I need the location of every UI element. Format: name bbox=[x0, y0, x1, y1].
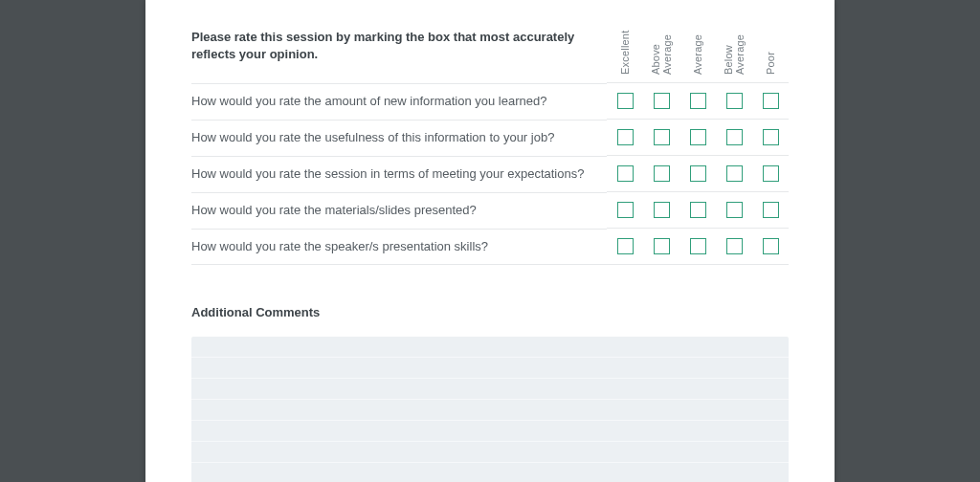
rating-checkbox[interactable] bbox=[654, 129, 670, 145]
comment-line bbox=[191, 358, 789, 379]
checkbox-cell bbox=[643, 119, 679, 155]
rating-col-below-average: Below Average bbox=[723, 0, 746, 82]
checkbox-cell bbox=[679, 82, 716, 119]
rating-checkbox[interactable] bbox=[763, 202, 779, 218]
comment-line bbox=[191, 400, 789, 421]
question-text: How would you rate the usefulness of thi… bbox=[191, 120, 607, 154]
rating-checkbox[interactable] bbox=[617, 93, 634, 109]
checkbox-cell bbox=[752, 82, 789, 119]
rating-checkbox[interactable] bbox=[654, 238, 670, 254]
rating-checkbox[interactable] bbox=[763, 129, 779, 145]
rating-checkbox[interactable] bbox=[690, 202, 706, 218]
rating-checkbox[interactable] bbox=[726, 165, 743, 182]
rating-checkbox[interactable] bbox=[654, 165, 670, 182]
form-content: Please rate this session by marking the … bbox=[191, 0, 789, 482]
checkbox-cell bbox=[643, 155, 679, 191]
question-text: How would you rate the speaker/s present… bbox=[191, 229, 607, 263]
checkbox-cell bbox=[679, 228, 716, 264]
checkbox-cell bbox=[607, 119, 643, 155]
document-page: Please rate this session by marking the … bbox=[145, 0, 835, 482]
checkbox-cell bbox=[716, 191, 752, 228]
rating-col-above-average: Above Average bbox=[650, 0, 673, 82]
checkbox-cell bbox=[679, 155, 716, 191]
grid-bottom-rule bbox=[191, 264, 789, 265]
checkbox-cell bbox=[607, 82, 643, 119]
comments-writing-area[interactable] bbox=[191, 337, 789, 482]
rating-checkbox[interactable] bbox=[763, 165, 779, 182]
rating-checkbox[interactable] bbox=[690, 129, 706, 145]
checkbox-cell bbox=[716, 82, 752, 119]
rating-checkbox[interactable] bbox=[617, 238, 634, 254]
comments-title: Additional Comments bbox=[191, 305, 789, 319]
comment-line bbox=[191, 421, 789, 442]
rating-checkbox[interactable] bbox=[690, 93, 706, 109]
checkbox-cell bbox=[679, 119, 716, 155]
checkbox-cell bbox=[752, 228, 789, 264]
checkbox-cell bbox=[752, 119, 789, 155]
checkbox-cell bbox=[716, 228, 752, 264]
rating-checkbox[interactable] bbox=[654, 202, 670, 218]
comment-line bbox=[191, 379, 789, 400]
question-text: How would you rate the amount of new inf… bbox=[191, 83, 607, 118]
rating-col-average: Average bbox=[692, 0, 703, 82]
rating-checkbox[interactable] bbox=[617, 202, 634, 218]
comment-line bbox=[191, 463, 789, 482]
rating-instruction: Please rate this session by marking the … bbox=[191, 6, 607, 76]
checkbox-cell bbox=[716, 155, 752, 191]
checkbox-cell bbox=[643, 228, 679, 264]
rating-col-poor: Poor bbox=[765, 0, 776, 82]
checkbox-cell bbox=[752, 191, 789, 228]
question-text: How would you rate the session in terms … bbox=[191, 156, 607, 190]
comment-line bbox=[191, 337, 789, 358]
viewport: Please rate this session by marking the … bbox=[0, 0, 980, 482]
checkbox-cell bbox=[607, 155, 643, 191]
rating-checkbox[interactable] bbox=[726, 129, 743, 145]
checkbox-cell bbox=[607, 191, 643, 228]
rating-col-excellent: Excellent bbox=[619, 0, 631, 82]
rating-checkbox[interactable] bbox=[617, 165, 634, 182]
rating-checkbox[interactable] bbox=[726, 93, 743, 109]
checkbox-cell bbox=[752, 155, 789, 191]
checkbox-cell bbox=[643, 191, 679, 228]
rating-checkbox[interactable] bbox=[763, 93, 779, 109]
rating-checkbox[interactable] bbox=[617, 129, 634, 145]
checkbox-cell bbox=[716, 119, 752, 155]
checkbox-cell bbox=[643, 82, 679, 119]
rating-checkbox[interactable] bbox=[690, 165, 706, 182]
rating-checkbox[interactable] bbox=[654, 93, 670, 109]
rating-checkbox[interactable] bbox=[726, 238, 743, 254]
rating-grid: Please rate this session by marking the … bbox=[191, 0, 789, 265]
rating-checkbox[interactable] bbox=[690, 238, 706, 254]
question-text: How would you rate the materials/slides … bbox=[191, 192, 607, 227]
comment-line bbox=[191, 442, 789, 463]
checkbox-cell bbox=[679, 191, 716, 228]
rating-checkbox[interactable] bbox=[726, 202, 743, 218]
rating-checkbox[interactable] bbox=[763, 238, 779, 254]
checkbox-cell bbox=[607, 228, 643, 264]
